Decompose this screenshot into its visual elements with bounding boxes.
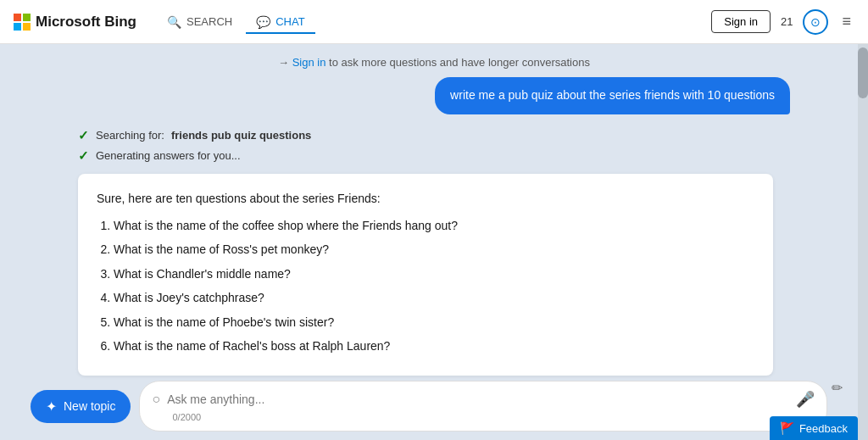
sign-in-banner: → Sign in to ask more questions and have… bbox=[0, 44, 868, 77]
sign-in-banner-text: to ask more questions and have longer co… bbox=[326, 56, 589, 69]
points-badge: 21 bbox=[781, 15, 793, 28]
check-icon-2: ✓ bbox=[78, 148, 89, 164]
bottom-inner: ✦ New topic ○ 🎤 0/2000 bbox=[31, 381, 827, 432]
edit-icon[interactable]: ✏ bbox=[832, 380, 843, 396]
status-bold-1: friends pub quiz questions bbox=[171, 129, 311, 142]
bottom-bar: ✦ New topic ○ 🎤 0/2000 bbox=[0, 381, 858, 440]
input-row: ○ 🎤 bbox=[152, 390, 815, 409]
feedback-icon: 🚩 bbox=[780, 421, 794, 435]
tab-search-label: SEARCH bbox=[186, 15, 232, 28]
response-card: Sure, here are ten questions about the s… bbox=[78, 174, 773, 376]
list-item: What is Joey's catchphrase? bbox=[114, 288, 754, 307]
tab-chat-label: CHAT bbox=[275, 15, 304, 28]
list-item: What is Chandler's middle name? bbox=[114, 265, 754, 283]
scrollbar-thumb[interactable] bbox=[858, 47, 868, 98]
check-icon-1: ✓ bbox=[78, 128, 89, 143]
tab-search[interactable]: 🔍 SEARCH bbox=[157, 10, 242, 34]
status-item-2: ✓ Generating answers for you... bbox=[78, 148, 790, 164]
sign-in-arrow-icon: → bbox=[278, 56, 289, 69]
header: Microsoft Bing 🔍 SEARCH 💬 CHAT Sign in 2… bbox=[0, 0, 868, 44]
user-message: write me a pub quiz about the series fri… bbox=[78, 77, 790, 114]
user-bubble: write me a pub quiz about the series fri… bbox=[435, 77, 790, 114]
nav-tabs: 🔍 SEARCH 💬 CHAT bbox=[157, 10, 711, 34]
list-item: What is the name of Phoebe's twin sister… bbox=[114, 313, 754, 331]
mic-icon[interactable]: 🎤 bbox=[796, 390, 815, 409]
spark-icon: ✦ bbox=[46, 398, 57, 415]
list-item: What is the name of Ross's pet monkey? bbox=[114, 240, 754, 259]
status-text-2: Generating answers for you... bbox=[96, 149, 241, 162]
chat-icon: 💬 bbox=[256, 15, 270, 29]
feedback-label: Feedback bbox=[799, 422, 848, 435]
main-content: → Sign in to ask more questions and have… bbox=[0, 44, 868, 440]
tab-chat[interactable]: 💬 CHAT bbox=[246, 10, 314, 34]
sign-in-link[interactable]: Sign in bbox=[292, 56, 326, 69]
sign-in-button[interactable]: Sign in bbox=[711, 10, 771, 33]
response-intro: Sure, here are ten questions about the s… bbox=[97, 189, 754, 208]
list-item: What is the name of the coffee shop wher… bbox=[114, 216, 754, 235]
list-item: What is the name of Rachel's boss at Ral… bbox=[114, 337, 754, 355]
message-icon: ○ bbox=[152, 392, 160, 407]
chat-area: write me a pub quiz about the series fri… bbox=[27, 77, 841, 376]
chat-input[interactable] bbox=[167, 393, 789, 406]
avatar[interactable]: ⊙ bbox=[803, 9, 828, 35]
new-topic-button[interactable]: ✦ New topic bbox=[31, 390, 131, 423]
new-topic-label: New topic bbox=[64, 399, 115, 413]
header-right: Sign in 21 ⊙ ≡ bbox=[711, 9, 854, 35]
status-item-1: ✓ Searching for: friends pub quiz questi… bbox=[78, 128, 790, 143]
search-icon: 🔍 bbox=[167, 15, 181, 29]
logo: Microsoft Bing bbox=[14, 14, 136, 31]
logo-text: Microsoft Bing bbox=[36, 14, 136, 31]
hamburger-menu[interactable]: ≡ bbox=[838, 9, 854, 34]
ms-logo-icon bbox=[14, 14, 31, 31]
status-messages: ✓ Searching for: friends pub quiz questi… bbox=[78, 128, 790, 164]
char-count: 0/2000 bbox=[152, 412, 815, 422]
scrollbar[interactable] bbox=[858, 44, 868, 440]
feedback-button[interactable]: 🚩 Feedback bbox=[770, 416, 858, 440]
response-questions: What is the name of the coffee shop wher… bbox=[97, 216, 754, 355]
status-prefix-1: Searching for: bbox=[96, 129, 164, 142]
input-wrapper: ○ 🎤 0/2000 bbox=[139, 381, 827, 432]
